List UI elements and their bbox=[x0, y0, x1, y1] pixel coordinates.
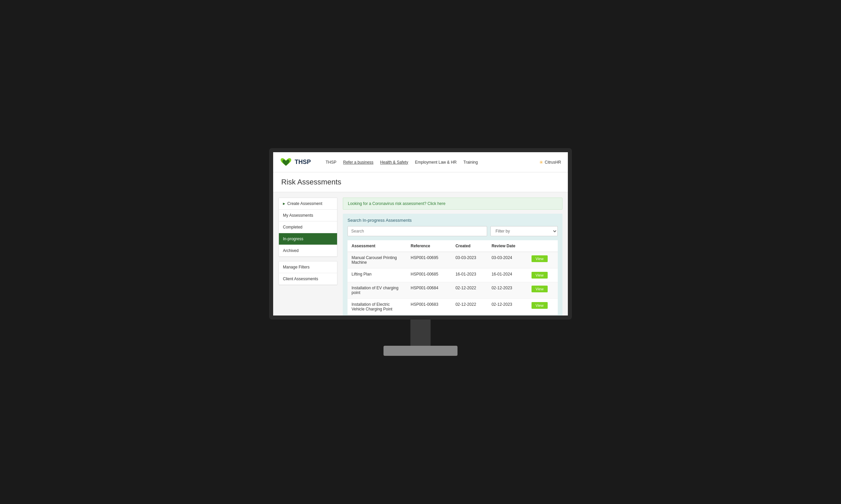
sidebar-manage-label: Manage Filters bbox=[283, 265, 309, 269]
table-row: Installation of Electric Vehicle Chargin… bbox=[347, 299, 558, 315]
sun-icon: ✳ bbox=[539, 160, 543, 165]
sidebar-group-1: ▶ Create Assessment My Assessments Compl… bbox=[278, 198, 338, 257]
cell-action: View bbox=[528, 268, 558, 282]
assessments-table: Assessment Reference Created Review Date… bbox=[347, 240, 558, 315]
sidebar-my-label: My Assessments bbox=[283, 213, 313, 218]
search-controls: Filter by bbox=[347, 226, 558, 236]
monitor-stand-base bbox=[383, 346, 458, 356]
citrus-label: CitrusHR bbox=[545, 160, 561, 165]
cell-reference: HSP001-00685 bbox=[407, 268, 451, 282]
sidebar-item-archived[interactable]: Archived bbox=[279, 245, 337, 257]
search-section: Search In-progress Assessments Filter by bbox=[343, 214, 563, 316]
nav-health-safety[interactable]: Health & Safety bbox=[380, 160, 408, 165]
col-header-created: Created bbox=[451, 240, 487, 252]
cell-created: 03-03-2023 bbox=[451, 252, 487, 268]
table-row: Manual Carousel Printing Machine HSP001-… bbox=[347, 252, 558, 268]
monitor-stand-neck bbox=[410, 320, 431, 346]
cell-reference: HSP001-00683 bbox=[407, 299, 451, 315]
sidebar-item-my-assessments[interactable]: My Assessments bbox=[279, 210, 337, 221]
cell-created: 16-01-2023 bbox=[451, 268, 487, 282]
table-row: Installation of EV charging point HSP001… bbox=[347, 282, 558, 299]
nav-training[interactable]: Training bbox=[464, 160, 478, 165]
nav-refer[interactable]: Refer a business bbox=[343, 160, 373, 165]
sidebar-completed-label: Completed bbox=[283, 225, 303, 230]
thsp-logo-icon bbox=[280, 158, 292, 167]
cell-review-date: 03-03-2024 bbox=[487, 252, 528, 268]
sidebar-item-create-assessment[interactable]: ▶ Create Assessment bbox=[279, 198, 337, 210]
citrus-link[interactable]: ✳ CitrusHR bbox=[539, 160, 561, 165]
col-header-reference: Reference bbox=[407, 240, 451, 252]
cell-assessment-name: Lifting Plan bbox=[347, 268, 407, 282]
search-input[interactable] bbox=[347, 226, 487, 236]
cell-reference: HSP001-00695 bbox=[407, 252, 451, 268]
cell-assessment-name: Installation of Electric Vehicle Chargin… bbox=[347, 299, 407, 315]
navigation: THSP THSP Refer a business Health & Safe… bbox=[273, 152, 568, 173]
view-button[interactable]: View bbox=[532, 255, 548, 262]
sidebar-item-client-assessments[interactable]: Client Assessments bbox=[279, 273, 337, 285]
view-button[interactable]: View bbox=[532, 302, 548, 309]
logo-area[interactable]: THSP bbox=[280, 158, 311, 167]
play-icon: ▶ bbox=[283, 202, 285, 205]
corona-banner[interactable]: Looking for a Coronavirus risk assessmen… bbox=[343, 198, 563, 210]
nav-employment[interactable]: Employment Law & HR bbox=[415, 160, 457, 165]
corona-banner-text: Looking for a Coronavirus risk assessmen… bbox=[348, 201, 445, 206]
sidebar-item-in-progress[interactable]: In-progress bbox=[279, 233, 337, 245]
cell-review-date: 02-12-2023 bbox=[487, 299, 528, 315]
cell-action: View bbox=[528, 282, 558, 299]
main-layout: ▶ Create Assessment My Assessments Compl… bbox=[273, 192, 568, 316]
search-section-title: Search In-progress Assessments bbox=[347, 218, 558, 223]
cell-action: View bbox=[528, 252, 558, 268]
col-header-action bbox=[528, 240, 558, 252]
nav-thsp[interactable]: THSP bbox=[326, 160, 337, 165]
table-header-row: Assessment Reference Created Review Date bbox=[347, 240, 558, 252]
cell-reference: HSP001-00684 bbox=[407, 282, 451, 299]
cell-created: 02-12-2022 bbox=[451, 282, 487, 299]
nav-links: THSP Refer a business Health & Safety Em… bbox=[326, 160, 561, 165]
main-content-area: Looking for a Coronavirus risk assessmen… bbox=[343, 198, 563, 316]
table-body: Manual Carousel Printing Machine HSP001-… bbox=[347, 252, 558, 315]
page-title: Risk Assessments bbox=[281, 178, 560, 186]
page-content: Risk Assessments ▶ Create Assessment My … bbox=[273, 173, 568, 316]
table-row: Lifting Plan HSP001-00685 16-01-2023 16-… bbox=[347, 268, 558, 282]
view-button[interactable]: View bbox=[532, 286, 548, 292]
col-header-assessment: Assessment bbox=[347, 240, 407, 252]
sidebar-item-manage-filters[interactable]: Manage Filters bbox=[279, 262, 337, 273]
cell-assessment-name: Manual Carousel Printing Machine bbox=[347, 252, 407, 268]
cell-review-date: 16-01-2024 bbox=[487, 268, 528, 282]
cell-created: 02-12-2022 bbox=[451, 299, 487, 315]
sidebar-group-2: Manage Filters Client Assessments bbox=[278, 261, 338, 285]
cell-assessment-name: Installation of EV charging point bbox=[347, 282, 407, 299]
sidebar-archived-label: Archived bbox=[283, 248, 299, 253]
page-header: Risk Assessments bbox=[273, 173, 568, 192]
sidebar-inprogress-label: In-progress bbox=[283, 236, 304, 241]
sidebar-item-completed[interactable]: Completed bbox=[279, 221, 337, 233]
filter-select[interactable]: Filter by bbox=[491, 226, 558, 236]
sidebar-create-label: Create Assessment bbox=[287, 201, 322, 206]
cell-action: View bbox=[528, 299, 558, 315]
logo-text: THSP bbox=[295, 159, 311, 166]
cell-review-date: 02-12-2023 bbox=[487, 282, 528, 299]
sidebar-client-label: Client Assessments bbox=[283, 276, 318, 281]
col-header-review-date: Review Date bbox=[487, 240, 528, 252]
sidebar: ▶ Create Assessment My Assessments Compl… bbox=[278, 198, 338, 316]
view-button[interactable]: View bbox=[532, 272, 548, 278]
